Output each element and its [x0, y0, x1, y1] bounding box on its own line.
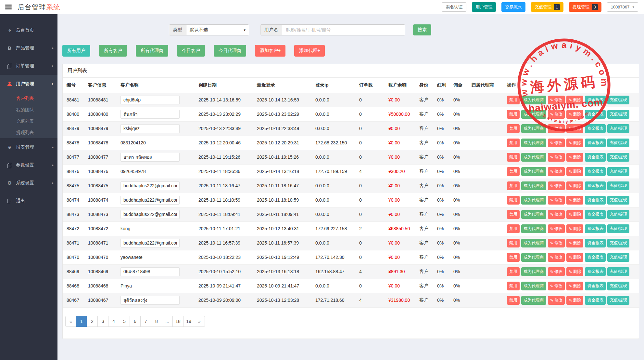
op-make-agent-button[interactable]: 成为代理商 [521, 296, 546, 305]
op-disable-button[interactable]: 禁用 [507, 110, 520, 119]
op-recharge-withdraw-button[interactable]: 充值/提现 [607, 110, 629, 119]
op-recharge-withdraw-button[interactable]: 充值/提现 [607, 267, 629, 276]
op-funds-report-button[interactable]: 资金报表 [585, 139, 606, 147]
sidebar-subitem-withdraw-list[interactable]: 提现列表 [0, 127, 57, 138]
action-all-agents-button[interactable]: 所有代理商 [136, 45, 168, 57]
action-today-customers-button[interactable]: 今日客户 [177, 45, 205, 57]
op-delete-button[interactable]: ✎删除 [566, 139, 583, 147]
op-disable-button[interactable]: 禁用 [507, 253, 520, 262]
op-recharge-withdraw-button[interactable]: 充值/提现 [607, 210, 629, 219]
page-5-button[interactable]: 5 [119, 316, 130, 327]
op-edit-button[interactable]: ✎修改 [548, 167, 565, 176]
page-next-button[interactable]: » [194, 316, 205, 327]
op-disable-button[interactable]: 禁用 [507, 224, 520, 233]
page-prev-button[interactable]: « [65, 316, 76, 327]
nav-transaction-flow-button[interactable]: 交易流水 [501, 2, 525, 12]
op-make-agent-button[interactable]: 成为代理商 [521, 181, 546, 190]
op-delete-button[interactable]: ✎删除 [566, 253, 583, 262]
page-6-button[interactable]: 6 [130, 316, 141, 327]
op-recharge-withdraw-button[interactable]: 充值/提现 [607, 139, 629, 147]
op-recharge-withdraw-button[interactable]: 充值/提现 [607, 124, 629, 133]
op-delete-button[interactable]: ✎删除 [566, 124, 583, 133]
customer-name-input[interactable] [120, 196, 180, 205]
op-delete-button[interactable]: ✎删除 [566, 224, 583, 233]
page-8-button[interactable]: 8 [151, 316, 162, 327]
op-funds-report-button[interactable]: 资金报表 [585, 96, 606, 104]
op-delete-button[interactable]: ✎删除 [566, 167, 583, 176]
action-all-users-button[interactable]: 所有用户 [62, 45, 90, 57]
op-make-agent-button[interactable]: 成为代理商 [521, 210, 546, 219]
sidebar-item-orders[interactable]: 订单管理▸ [0, 57, 57, 75]
search-button[interactable]: 搜索 [413, 24, 431, 35]
nav-user-management-button[interactable]: 用户管理 [472, 2, 496, 12]
page-2-button[interactable]: 2 [87, 316, 98, 327]
hamburger-menu-icon[interactable] [5, 3, 12, 11]
op-recharge-withdraw-button[interactable]: 充值/提现 [607, 239, 629, 247]
page-3-button[interactable]: 3 [97, 316, 108, 327]
op-funds-report-button[interactable]: 资金报表 [585, 210, 606, 219]
op-delete-button[interactable]: ✎删除 [566, 210, 583, 219]
op-edit-button[interactable]: ✎修改 [548, 253, 565, 262]
op-disable-button[interactable]: 禁用 [507, 124, 520, 133]
op-funds-report-button[interactable]: 资金报表 [585, 282, 606, 290]
op-recharge-withdraw-button[interactable]: 充值/提现 [607, 282, 629, 290]
nav-realname-auth-button[interactable]: 实名认证 [442, 2, 466, 12]
op-edit-button[interactable]: ✎修改 [548, 110, 565, 119]
op-funds-report-button[interactable]: 资金报表 [585, 110, 606, 119]
sidebar-subitem-my-team[interactable]: 我的团队 [0, 104, 57, 115]
op-delete-button[interactable]: ✎删除 [566, 282, 583, 290]
customer-name-input[interactable] [120, 124, 180, 133]
op-recharge-withdraw-button[interactable]: 充值/提现 [607, 153, 629, 162]
page-19-button[interactable]: 19 [183, 316, 194, 327]
op-make-agent-button[interactable]: 成为代理商 [521, 196, 546, 205]
customer-name-input[interactable] [120, 267, 180, 276]
page-4-button[interactable]: 4 [108, 316, 119, 327]
customer-name-input[interactable] [120, 296, 180, 305]
op-disable-button[interactable]: 禁用 [507, 267, 520, 276]
sidebar-item-products[interactable]: Ƀ产品管理▸ [0, 39, 57, 57]
sidebar-item-params[interactable]: 参数设置▸ [0, 156, 57, 174]
op-edit-button[interactable]: ✎修改 [548, 139, 565, 147]
action-all-customers-button[interactable]: 所有客户 [99, 45, 127, 57]
username-input[interactable] [282, 25, 405, 35]
op-edit-button[interactable]: ✎修改 [548, 267, 565, 276]
customer-name-input[interactable] [120, 110, 180, 119]
op-make-agent-button[interactable]: 成为代理商 [521, 124, 546, 133]
op-edit-button[interactable]: ✎修改 [548, 124, 565, 133]
customer-name-input[interactable] [120, 153, 180, 162]
action-add-agent-button[interactable]: 添加代理+ [294, 45, 325, 57]
page-18-button[interactable]: 18 [172, 316, 183, 327]
op-make-agent-button[interactable]: 成为代理商 [521, 96, 546, 104]
customer-name-input[interactable] [120, 210, 180, 219]
op-delete-button[interactable]: ✎删除 [566, 181, 583, 190]
op-edit-button[interactable]: ✎修改 [548, 96, 565, 104]
op-make-agent-button[interactable]: 成为代理商 [521, 253, 546, 262]
op-recharge-withdraw-button[interactable]: 充值/提现 [607, 253, 629, 262]
sidebar-item-users[interactable]: 用户管理▸ [0, 75, 57, 93]
op-make-agent-button[interactable]: 成为代理商 [521, 167, 546, 176]
op-delete-button[interactable]: ✎删除 [566, 110, 583, 119]
op-funds-report-button[interactable]: 资金报表 [585, 239, 606, 247]
op-recharge-withdraw-button[interactable]: 充值/提现 [607, 181, 629, 190]
op-edit-button[interactable]: ✎修改 [548, 296, 565, 305]
op-make-agent-button[interactable]: 成为代理商 [521, 153, 546, 162]
page-7-button[interactable]: 7 [140, 316, 151, 327]
op-disable-button[interactable]: 禁用 [507, 282, 520, 290]
op-funds-report-button[interactable]: 资金报表 [585, 153, 606, 162]
op-edit-button[interactable]: ✎修改 [548, 210, 565, 219]
op-make-agent-button[interactable]: 成为代理商 [521, 267, 546, 276]
op-funds-report-button[interactable]: 资金报表 [585, 296, 606, 305]
op-recharge-withdraw-button[interactable]: 充值/提现 [607, 224, 629, 233]
op-delete-button[interactable]: ✎删除 [566, 296, 583, 305]
op-delete-button[interactable]: ✎删除 [566, 196, 583, 205]
op-edit-button[interactable]: ✎修改 [548, 153, 565, 162]
nav-recharge-management-button[interactable]: 充值管理1 [531, 2, 563, 12]
op-edit-button[interactable]: ✎修改 [548, 224, 565, 233]
op-funds-report-button[interactable]: 资金报表 [585, 124, 606, 133]
type-select[interactable]: 默认不选 ▾ [186, 25, 249, 35]
op-recharge-withdraw-button[interactable]: 充值/提现 [607, 96, 629, 104]
op-funds-report-button[interactable]: 资金报表 [585, 224, 606, 233]
op-funds-report-button[interactable]: 资金报表 [585, 167, 606, 176]
op-edit-button[interactable]: ✎修改 [548, 282, 565, 290]
action-add-customer-button[interactable]: 添加客户+ [255, 45, 285, 57]
